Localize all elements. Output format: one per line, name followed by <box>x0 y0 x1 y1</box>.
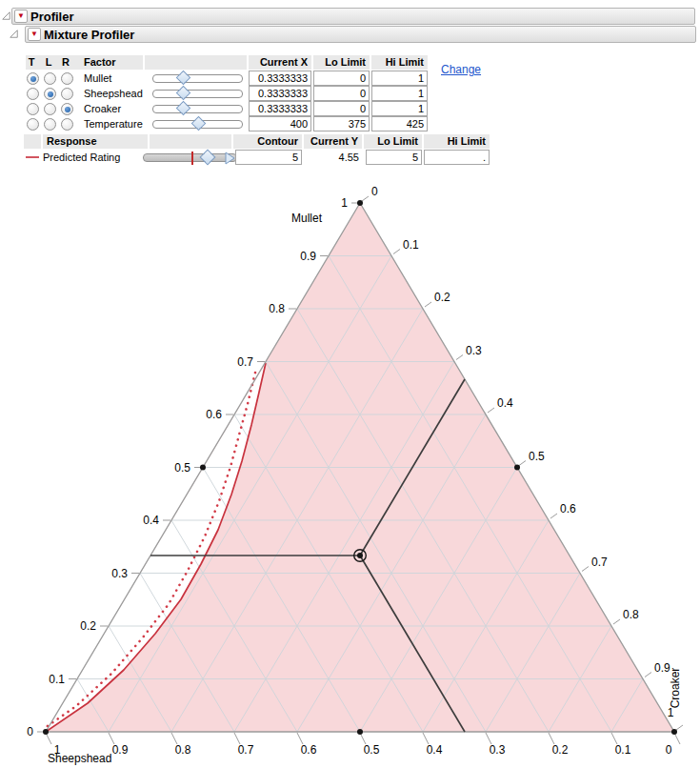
factor-slider[interactable] <box>152 105 243 113</box>
radio-l[interactable] <box>44 103 56 115</box>
croaker-tick-label: 0.8 <box>623 608 639 621</box>
mixture-profiler-window: ▼ Profiler ▼ Mixture Profiler T L R Fact… <box>0 0 700 768</box>
response-row-predicted-rating: Predicted Rating 5 4.55 5 . <box>0 150 700 166</box>
croaker-tick-label: 0.7 <box>591 556 608 569</box>
radio-t[interactable] <box>27 103 39 115</box>
response-header-slider <box>150 134 231 149</box>
lo-limit-field[interactable]: 375 <box>313 116 370 131</box>
col-header-lo-limit: Lo Limit <box>364 134 422 149</box>
red-triangle-menu-icon[interactable]: ▼ <box>28 28 41 41</box>
croaker-tick-label: 0.1 <box>403 238 419 252</box>
lo-limit-field[interactable]: 0 <box>313 71 370 86</box>
current-x-field[interactable]: 0.3333333 <box>249 86 311 101</box>
red-triangle-menu-icon[interactable]: ▼ <box>14 10 28 23</box>
croaker-tick-label: 0.3 <box>466 344 482 357</box>
slider-thumb[interactable] <box>176 71 191 86</box>
radio-l[interactable] <box>44 88 56 100</box>
col-header-l: L <box>43 56 54 68</box>
slider-thumb[interactable] <box>190 116 206 131</box>
hi-limit-field[interactable]: 1 <box>371 71 428 86</box>
response-slider[interactable] <box>143 153 237 162</box>
radio-r[interactable] <box>61 118 73 131</box>
mullet-tick-label: 0.4 <box>143 514 159 527</box>
disclosure-open-icon[interactable] <box>2 11 10 20</box>
mixture-profiler-title: Mixture Profiler <box>44 28 134 42</box>
mullet-tick-label: 0.2 <box>80 619 96 633</box>
factor-slider[interactable] <box>152 90 243 98</box>
radio-t[interactable] <box>27 118 39 131</box>
contour-field[interactable]: 5 <box>235 150 302 165</box>
disclosure-open-icon[interactable] <box>10 30 18 38</box>
mullet-tick-label: 0.3 <box>111 567 128 580</box>
current-x-field[interactable]: 400 <box>249 116 311 131</box>
slider-thumb[interactable] <box>199 150 215 166</box>
response-lo-limit-field[interactable]: 5 <box>366 150 422 165</box>
hi-limit-field[interactable]: 425 <box>371 116 428 131</box>
radio-l[interactable] <box>44 72 56 85</box>
sheepshead-axis-title: Sheepshead <box>48 752 111 765</box>
sheepshead-tick-label: 0.2 <box>552 743 569 757</box>
lo-limit-field[interactable]: 0 <box>313 86 370 101</box>
radio-r[interactable] <box>61 88 73 100</box>
factor-header-slider <box>145 55 247 70</box>
col-header-current-y: Current Y <box>304 134 362 149</box>
factor-slider[interactable] <box>152 120 243 129</box>
radio-t[interactable] <box>27 72 39 85</box>
sheepshead-tick-label: 0.1 <box>615 743 631 757</box>
croaker-tick-label: 0.6 <box>560 502 576 515</box>
croaker-tick-label: 0.5 <box>529 450 545 463</box>
mullet-tick-label: 0.5 <box>174 461 190 475</box>
response-hi-limit-field[interactable]: . <box>424 150 490 165</box>
response-label: Predicted Rating <box>43 152 120 163</box>
sheepshead-tick-label: 0.9 <box>112 743 129 757</box>
col-header-factor: Factor <box>84 56 141 68</box>
factor-row-mullet: Mullet 0.3333333 0 1 <box>0 71 700 86</box>
croaker-tick-label: 0.2 <box>434 291 450 304</box>
factor-label: Temperature <box>84 118 143 130</box>
mullet-tick-label: 0 <box>27 725 33 738</box>
mullet-axis-title: Mullet <box>291 212 323 225</box>
sheepshead-tick-label: 0.7 <box>238 743 254 757</box>
radio-t[interactable] <box>27 88 39 100</box>
mullet-tick-label: 0.6 <box>206 408 222 421</box>
slider-thumb[interactable] <box>176 86 191 101</box>
factor-label: Mullet <box>84 72 111 84</box>
radio-l[interactable] <box>44 118 56 131</box>
slider-arrow-icon[interactable] <box>225 152 235 165</box>
mullet-tick-label: 0.7 <box>237 355 253 369</box>
croaker-axis-title: Croaker <box>669 668 682 709</box>
radio-r[interactable] <box>61 72 73 85</box>
mullet-tick-label: 1 <box>341 196 348 210</box>
radio-r[interactable] <box>61 103 73 115</box>
col-header-lo-limit: Lo Limit <box>313 55 370 70</box>
mixture-profiler-header-bar[interactable]: ▼ Mixture Profiler <box>25 26 696 43</box>
mullet-tick-label: 0.1 <box>49 673 65 686</box>
response-line-swatch <box>26 156 39 158</box>
slider-thumb[interactable] <box>176 101 191 116</box>
current-x-field[interactable]: 0.3333333 <box>249 71 311 86</box>
lo-limit-field[interactable]: 0 <box>313 101 370 116</box>
sheepshead-tick-label: 0.3 <box>490 743 506 757</box>
hi-limit-field[interactable]: 1 <box>371 86 428 101</box>
hi-limit-field[interactable]: 1 <box>371 101 428 116</box>
croaker-tick-label: 0.4 <box>497 396 513 410</box>
mullet-tick-label: 0.9 <box>300 250 316 263</box>
col-header-hi-limit: Hi Limit <box>371 55 428 70</box>
factor-row-croaker: Croaker 0.3333333 0 1 <box>0 101 700 116</box>
current-x-field[interactable]: 0.3333333 <box>249 101 311 116</box>
factor-row-sheepshead: Sheepshead 0.3333333 0 1 <box>0 86 700 101</box>
sheepshead-tick-label: 0.5 <box>364 743 380 757</box>
mullet-tick-label: 0.8 <box>269 302 285 315</box>
factor-label: Croaker <box>84 103 121 114</box>
factor-row-temperature: Temperature 400 375 425 <box>0 116 700 131</box>
profiler-header-bar[interactable]: ▼ Profiler <box>11 8 695 25</box>
current-y-value: 4.55 <box>304 152 359 163</box>
sheepshead-tick-label: 0.4 <box>427 743 443 757</box>
sheepshead-tick-label: 0 <box>666 743 672 757</box>
col-header-response: Response <box>43 134 148 149</box>
col-header-current-x: Current X <box>249 55 311 70</box>
col-header-contour: Contour <box>233 134 302 149</box>
ternary-plot[interactable]: 0000.10.10.10.20.20.20.30.30.30.40.40.40… <box>0 176 700 768</box>
factor-slider[interactable] <box>152 74 243 83</box>
col-header-t: T <box>26 56 37 68</box>
